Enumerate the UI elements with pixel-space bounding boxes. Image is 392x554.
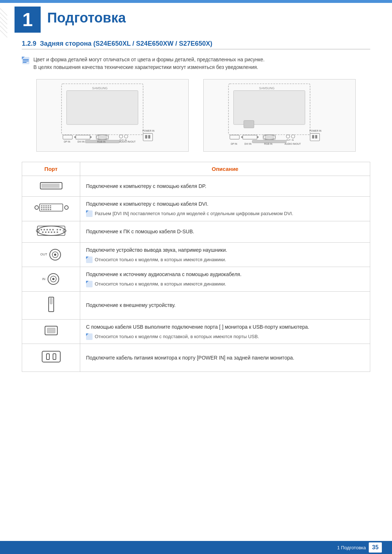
svg-point-52 [291, 135, 295, 138]
svg-rect-59 [41, 184, 60, 188]
svg-text:SAMSUNG: SAMSUNG [259, 86, 275, 90]
svg-rect-8 [23, 61, 29, 61]
svg-rect-21 [76, 135, 90, 139]
note-icon-audio-in [86, 281, 93, 287]
table-row: IN Подключение к источнику аудиосигнала … [22, 267, 370, 292]
bottom-bar: 1 Подготовка 35 [0, 541, 392, 554]
desc-cell-power: Подключите кабель питания монитора к пор… [80, 344, 370, 372]
usb-updown-icon [42, 295, 60, 313]
chapter-block: 1 Подготовка [15, 7, 126, 33]
port-cell-rgb [22, 221, 80, 242]
svg-rect-108 [50, 298, 52, 304]
port-cell-usb-updown [22, 291, 80, 319]
bottom-bar-text: 1 Подготовка [337, 545, 366, 550]
page-number: 35 [369, 542, 382, 553]
svg-point-60 [35, 206, 38, 209]
svg-rect-84 [46, 229, 48, 230]
svg-text:DP IN: DP IN [64, 140, 70, 143]
main-note-text: Цвет и форма деталей могут отличаться от… [33, 56, 265, 71]
port-cell-power [22, 344, 80, 372]
table-row: Подключение к компьютеру с помощью кабел… [22, 197, 370, 221]
svg-rect-20 [63, 135, 72, 139]
monitor-svg-left: SAMSUNG DP IN DVI IN RGB IN AUDIO IN/OUT [44, 83, 181, 148]
rgb-port-icon [35, 225, 68, 237]
svg-rect-31 [143, 134, 152, 141]
desc-cell-dvi: Подключение к компьютеру с помощью кабел… [80, 197, 370, 221]
monitor-svg-right: SAMSUNG DP IN DVI IN RGB IN AUDIO IN/OUT [211, 83, 348, 148]
svg-point-28 [124, 135, 128, 138]
svg-rect-83 [44, 229, 45, 230]
svg-rect-64 [45, 205, 47, 206]
svg-rect-115 [53, 354, 56, 360]
svg-text:POWER IN: POWER IN [142, 130, 154, 132]
svg-text:RGB IN: RGB IN [264, 143, 273, 145]
monitor-diagram-left: SAMSUNG DP IN DVI IN RGB IN AUDIO IN/OUT [36, 79, 189, 152]
svg-rect-68 [43, 207, 45, 208]
table-note-audio-in: Относится только к моделям, в которых им… [86, 280, 364, 288]
port-cell-dvi [22, 197, 80, 221]
svg-rect-33 [148, 135, 150, 138]
svg-rect-55 [310, 134, 319, 141]
top-accent-bar [0, 0, 392, 3]
svg-rect-76 [50, 209, 51, 210]
svg-rect-13 [67, 91, 138, 125]
svg-rect-87 [42, 231, 44, 233]
svg-text:IN: IN [125, 139, 127, 141]
svg-point-80 [37, 226, 65, 235]
svg-rect-45 [243, 135, 257, 139]
svg-rect-94 [57, 231, 58, 233]
svg-rect-56 [312, 135, 314, 138]
desc-cell-usb-updown: Подключение к внешнему устройству. [80, 291, 370, 319]
svg-rect-85 [49, 229, 51, 230]
svg-point-50 [286, 135, 290, 138]
port-cell-audio-out: OUT [22, 242, 80, 267]
desc-cell-audio-in: Подключение к источнику аудиосигнала с п… [80, 267, 370, 292]
svg-rect-70 [48, 207, 49, 208]
svg-rect-82 [41, 229, 42, 230]
note-icon-audio-out [86, 257, 93, 263]
audio-in-icon [47, 272, 60, 286]
table-row: Подключение к компьютеру с помощью кабел… [22, 176, 370, 197]
monitors-row: SAMSUNG DP IN DVI IN RGB IN AUDIO IN/OUT [22, 79, 370, 152]
desc-cell-rgb: Подключение к ПК с помощью кабеля D-SUB. [80, 221, 370, 242]
svg-rect-114 [46, 354, 49, 360]
svg-rect-67 [41, 207, 42, 208]
svg-rect-75 [48, 209, 49, 210]
svg-rect-14 [98, 135, 106, 141]
svg-rect-32 [145, 135, 147, 138]
table-row: Подключение к внешнему устройству. [22, 291, 370, 319]
svg-rect-91 [57, 229, 58, 230]
svg-text:SAMSUNG: SAMSUNG [92, 86, 108, 90]
table-note-dvi: Разъем [DVI IN] поставляется только для … [86, 210, 364, 217]
svg-text:OUT: OUT [119, 139, 124, 141]
svg-point-46 [241, 136, 243, 138]
svg-rect-44 [230, 135, 239, 139]
audio-out-icon [49, 248, 62, 261]
power-port-icon [38, 348, 64, 366]
svg-point-23 [90, 136, 92, 138]
desc-cell-audio-out: Подключите устройство вывода звука, напр… [80, 242, 370, 267]
svg-rect-93 [54, 231, 55, 233]
port-table: Порт Описание Подключение к компьютеру с… [22, 162, 370, 372]
svg-rect-71 [50, 207, 51, 208]
table-row: Подключение к ПК с помощью кабеля D-SUB. [22, 221, 370, 242]
corner-decoration [0, 3, 10, 39]
section-heading: 1.2.9 Задняя сторона (S24E650XL / S24E65… [22, 40, 370, 49]
monitor-diagram-right: SAMSUNG DP IN DVI IN RGB IN AUDIO IN/OUT [203, 79, 356, 152]
svg-rect-92 [60, 229, 61, 230]
svg-rect-36 [234, 91, 305, 125]
svg-text:DP IN: DP IN [231, 143, 237, 145]
dp-port-icon [38, 180, 64, 190]
note-icon-usb-rect [86, 333, 93, 340]
svg-rect-88 [45, 231, 46, 233]
svg-rect-72 [41, 209, 42, 210]
chapter-number: 1 [15, 7, 41, 33]
svg-point-99 [54, 254, 56, 256]
svg-rect-7 [23, 59, 29, 60]
table-row: Подключите кабель питания монитора к пор… [22, 344, 370, 372]
svg-text:IN: IN [292, 139, 294, 141]
table-note-usb-rect: Относится только к моделям с подставкой,… [86, 333, 364, 340]
svg-text:DVI IN: DVI IN [245, 143, 252, 145]
svg-rect-86 [52, 229, 54, 230]
svg-rect-110 [47, 328, 55, 333]
